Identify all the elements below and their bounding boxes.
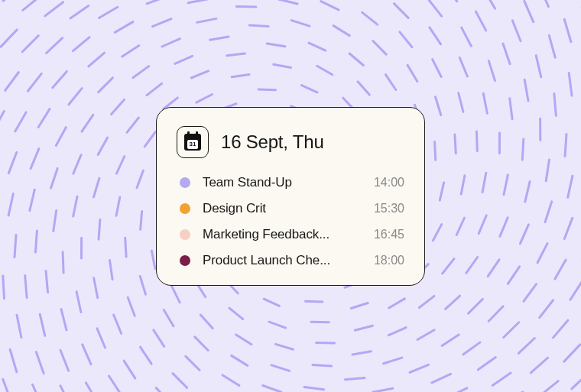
widget-header: 31 16 Sept, Thu	[177, 126, 404, 158]
svg-line-311	[5, 73, 19, 91]
svg-line-116	[461, 176, 465, 194]
svg-line-157	[94, 278, 98, 298]
svg-line-205	[462, 28, 472, 46]
svg-line-382	[540, 381, 558, 392]
svg-line-143	[476, 131, 477, 151]
svg-line-206	[488, 61, 495, 81]
svg-line-358	[23, 0, 41, 10]
svg-line-113	[407, 65, 417, 81]
svg-line-145	[479, 215, 486, 234]
svg-line-76	[200, 315, 213, 329]
svg-line-90	[435, 141, 436, 160]
svg-line-103	[116, 197, 120, 215]
svg-line-247	[545, 202, 552, 222]
svg-line-164	[153, 19, 172, 27]
svg-line-226	[35, 231, 37, 252]
svg-line-187	[124, 361, 135, 378]
svg-line-262	[60, 350, 69, 371]
svg-line-146	[466, 258, 478, 274]
svg-line-133	[133, 66, 149, 78]
svg-line-87	[349, 53, 363, 66]
svg-line-328	[569, 73, 572, 96]
event-row[interactable]: Product Launch Che... 18:00	[177, 253, 404, 268]
svg-line-267	[8, 153, 16, 173]
svg-line-159	[73, 196, 77, 216]
svg-line-53	[351, 303, 368, 309]
svg-line-140	[400, 32, 412, 47]
svg-line-313	[45, 2, 63, 16]
svg-line-102	[125, 238, 126, 257]
event-row[interactable]: Design Crit 15:30	[177, 201, 404, 216]
svg-line-348	[33, 384, 43, 392]
svg-line-154	[173, 374, 187, 388]
svg-line-122	[304, 387, 323, 390]
svg-line-85	[267, 44, 285, 47]
svg-line-246	[546, 160, 549, 181]
svg-line-286	[565, 134, 566, 156]
event-row[interactable]: Marketing Feedback... 16:45	[177, 227, 404, 242]
svg-line-64	[274, 64, 291, 67]
svg-line-55	[269, 322, 286, 328]
svg-line-161	[82, 115, 93, 131]
svg-line-98	[232, 355, 248, 365]
event-color-dot	[180, 229, 190, 240]
svg-line-139	[362, 12, 378, 24]
svg-line-242	[476, 11, 485, 31]
svg-line-334	[553, 320, 568, 338]
svg-line-128	[110, 260, 113, 279]
svg-line-288	[564, 218, 572, 238]
svg-line-190	[63, 252, 63, 273]
svg-line-81	[144, 132, 155, 147]
svg-line-107	[175, 56, 193, 63]
svg-line-252	[448, 388, 467, 392]
svg-line-212	[488, 306, 503, 322]
svg-line-177	[488, 260, 499, 277]
event-row[interactable]: Team Stand-Up 14:00	[177, 175, 404, 190]
svg-line-263	[40, 314, 45, 335]
svg-line-231	[73, 37, 90, 51]
svg-line-75	[236, 335, 252, 345]
svg-line-149	[373, 388, 393, 392]
svg-line-285	[554, 94, 556, 116]
svg-line-71	[389, 299, 405, 308]
svg-line-104	[117, 157, 125, 174]
svg-line-208	[522, 139, 524, 160]
date-title: 16 Sept, Thu	[221, 131, 324, 153]
svg-line-241	[444, 0, 457, 2]
svg-line-163	[122, 46, 139, 57]
event-time: 18:00	[374, 254, 404, 267]
svg-line-265	[15, 235, 16, 258]
svg-line-290	[540, 300, 553, 318]
svg-line-105	[127, 118, 138, 132]
svg-line-372	[539, 0, 549, 7]
svg-line-135	[197, 18, 216, 22]
svg-line-213	[463, 342, 480, 355]
svg-line-261	[86, 383, 98, 392]
svg-line-56	[229, 308, 243, 319]
svg-line-97	[271, 365, 290, 371]
svg-line-126	[154, 330, 164, 347]
svg-line-188	[97, 329, 105, 348]
svg-line-120	[384, 358, 402, 364]
svg-line-305	[17, 315, 21, 337]
svg-line-431	[572, 372, 581, 389]
svg-line-264	[25, 276, 27, 298]
svg-line-289	[555, 260, 566, 279]
svg-line-95	[352, 352, 371, 355]
svg-line-62	[196, 95, 213, 103]
event-title: Design Crit	[203, 201, 362, 216]
event-color-dot	[180, 255, 190, 266]
svg-line-106	[147, 83, 162, 95]
svg-line-180	[410, 364, 429, 372]
svg-line-172	[459, 58, 467, 77]
svg-line-229	[38, 109, 50, 128]
svg-line-195	[89, 53, 105, 66]
svg-line-178	[469, 299, 483, 313]
svg-line-96	[313, 364, 332, 366]
svg-line-109	[249, 25, 268, 27]
svg-line-224	[61, 309, 67, 330]
svg-line-222	[109, 376, 121, 392]
calendar-widget: 31 16 Sept, Thu Team Stand-Up 14:00 Desi…	[156, 107, 425, 286]
svg-line-191	[54, 210, 57, 231]
svg-line-86	[309, 43, 326, 50]
